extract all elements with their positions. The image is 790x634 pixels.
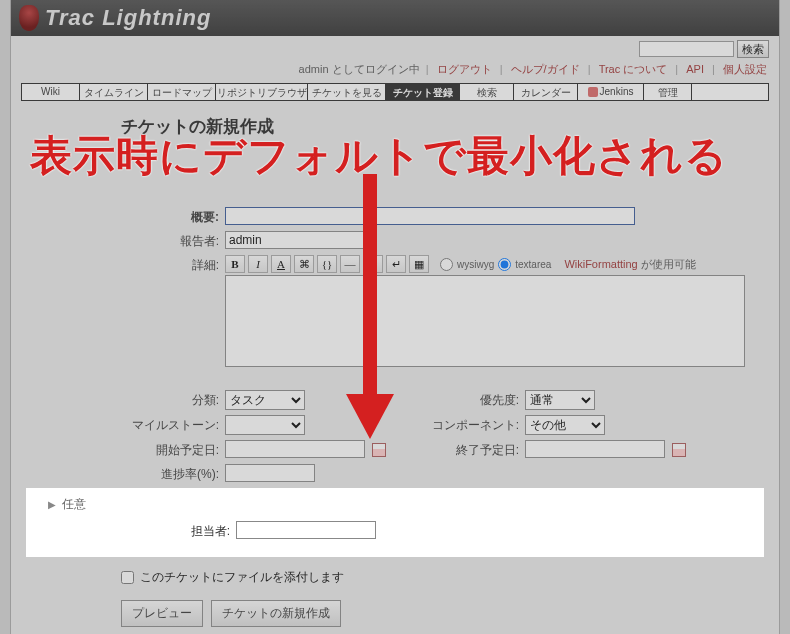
tab-query[interactable]: チケットを見る xyxy=(308,84,386,100)
logout-link[interactable]: ログアウト xyxy=(437,63,492,75)
top-search-input[interactable] xyxy=(639,41,734,57)
toolbar-italic-icon[interactable]: I xyxy=(248,255,268,273)
priority-select[interactable]: 通常 xyxy=(525,390,595,410)
brand-logo-icon xyxy=(19,5,39,31)
progress-label: 進捗率(%): xyxy=(121,464,225,483)
owner-label: 担当者: xyxy=(48,521,236,540)
priority-label: 優先度: xyxy=(421,390,525,409)
wiki-toolbar: B I A ⌘ {} — ¶ ↵ ▦ wysiwyg textarea xyxy=(225,255,749,273)
tab-wiki[interactable]: Wiki xyxy=(22,84,80,100)
description-label: 詳細: xyxy=(121,255,225,274)
type-label: 分類: xyxy=(121,390,225,409)
about-link[interactable]: Trac について xyxy=(599,63,668,75)
tab-roadmap[interactable]: ロードマップ xyxy=(148,84,216,100)
wikiformat-note: WikiFormatting が使用可能 xyxy=(564,257,695,272)
toolbar-code-icon[interactable]: {} xyxy=(317,255,337,273)
radio-wysiwyg-label: wysiwyg xyxy=(457,259,494,270)
help-link[interactable]: ヘルプ/ガイド xyxy=(511,63,580,75)
triangle-right-icon: ▶ xyxy=(48,499,56,510)
tab-extra[interactable] xyxy=(692,84,768,100)
start-date-label: 開始予定日: xyxy=(121,440,225,459)
toolbar-bold-icon[interactable]: B xyxy=(225,255,245,273)
mainnav: Wiki タイムライン ロードマップ リポジトリブラウザ チケットを見る チケッ… xyxy=(21,83,769,101)
milestone-label: マイルストーン: xyxy=(121,415,225,434)
owner-input[interactable] xyxy=(236,521,376,539)
wikiformat-link[interactable]: WikiFormatting xyxy=(564,258,637,270)
summary-input[interactable] xyxy=(225,207,635,225)
brand-bar: Trac Lightning xyxy=(11,0,779,36)
top-search-button[interactable] xyxy=(737,40,769,58)
tab-browser[interactable]: リポジトリブラウザ xyxy=(216,84,308,100)
reporter-label: 報告者: xyxy=(121,231,225,250)
tab-calendar[interactable]: カレンダー xyxy=(514,84,578,100)
metanav: admin としてログイン中 | ログアウト | ヘルプ/ガイド | Trac … xyxy=(11,60,779,83)
optional-title: 任意 xyxy=(62,496,86,513)
summary-label: 概要: xyxy=(121,207,225,226)
component-select[interactable]: その他 xyxy=(525,415,605,435)
toolbar-link-icon[interactable]: ⌘ xyxy=(294,255,314,273)
end-date-label: 終了予定日: xyxy=(421,440,525,459)
brand-name: Trac Lightning xyxy=(45,5,211,31)
radio-textarea[interactable] xyxy=(498,258,511,271)
tab-newticket[interactable]: チケット登録 xyxy=(386,84,460,100)
description-textarea[interactable] xyxy=(225,275,745,367)
tab-timeline[interactable]: タイムライン xyxy=(80,84,148,100)
radio-wysiwyg[interactable] xyxy=(440,258,453,271)
tab-admin[interactable]: 管理 xyxy=(644,84,692,100)
tab-search[interactable]: 検索 xyxy=(460,84,514,100)
tab-jenkins[interactable]: Jenkins xyxy=(578,84,644,100)
attach-checkbox[interactable] xyxy=(121,571,134,584)
end-date-input[interactable] xyxy=(525,440,665,458)
annotation-text: 表示時にデフォルトで最小化される xyxy=(30,128,770,184)
type-select[interactable]: タスク xyxy=(225,390,305,410)
toolbar-image-icon[interactable]: ▦ xyxy=(409,255,429,273)
api-link[interactable]: API xyxy=(686,63,704,75)
prefs-link[interactable]: 個人設定 xyxy=(723,63,767,75)
calendar-icon[interactable] xyxy=(672,443,686,457)
progress-input[interactable] xyxy=(225,464,315,482)
optional-header[interactable]: ▶ 任意 xyxy=(48,496,749,513)
create-button[interactable]: チケットの新規作成 xyxy=(211,600,341,627)
attach-label: このチケットにファイルを添付します xyxy=(140,569,344,586)
annotation-arrow-icon xyxy=(340,174,400,447)
milestone-select[interactable] xyxy=(225,415,305,435)
top-search xyxy=(11,36,779,60)
optional-section: ▶ 任意 担当者: xyxy=(26,488,764,557)
logged-in-text: admin としてログイン中 xyxy=(299,63,420,75)
toolbar-underline-icon[interactable]: A xyxy=(271,255,291,273)
preview-button[interactable]: プレビュー xyxy=(121,600,203,627)
component-label: コンポーネント: xyxy=(421,415,525,434)
radio-textarea-label: textarea xyxy=(515,259,551,270)
